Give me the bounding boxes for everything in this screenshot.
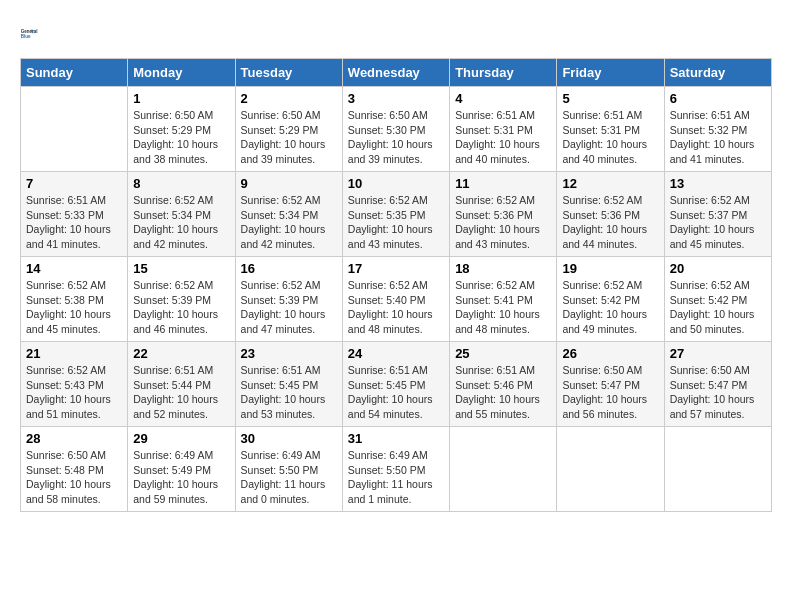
day-number: 29 [133, 431, 229, 446]
weekday-header: Saturday [664, 59, 771, 87]
day-number: 3 [348, 91, 444, 106]
day-info: Sunrise: 6:50 AMSunset: 5:47 PMDaylight:… [562, 363, 658, 422]
day-number: 15 [133, 261, 229, 276]
day-number: 4 [455, 91, 551, 106]
day-info: Sunrise: 6:52 AMSunset: 5:41 PMDaylight:… [455, 278, 551, 337]
day-number: 7 [26, 176, 122, 191]
day-info: Sunrise: 6:52 AMSunset: 5:39 PMDaylight:… [133, 278, 229, 337]
day-number: 22 [133, 346, 229, 361]
day-number: 12 [562, 176, 658, 191]
svg-text:General: General [21, 29, 38, 34]
calendar-cell: 7Sunrise: 6:51 AMSunset: 5:33 PMDaylight… [21, 172, 128, 257]
calendar-cell: 3Sunrise: 6:50 AMSunset: 5:30 PMDaylight… [342, 87, 449, 172]
day-info: Sunrise: 6:52 AMSunset: 5:34 PMDaylight:… [241, 193, 337, 252]
calendar-table: SundayMondayTuesdayWednesdayThursdayFrid… [20, 58, 772, 512]
weekday-header: Sunday [21, 59, 128, 87]
day-info: Sunrise: 6:52 AMSunset: 5:43 PMDaylight:… [26, 363, 122, 422]
calendar-cell: 18Sunrise: 6:52 AMSunset: 5:41 PMDayligh… [450, 257, 557, 342]
calendar-week-row: 1Sunrise: 6:50 AMSunset: 5:29 PMDaylight… [21, 87, 772, 172]
day-number: 23 [241, 346, 337, 361]
day-number: 14 [26, 261, 122, 276]
day-info: Sunrise: 6:51 AMSunset: 5:31 PMDaylight:… [455, 108, 551, 167]
day-info: Sunrise: 6:50 AMSunset: 5:48 PMDaylight:… [26, 448, 122, 507]
day-number: 19 [562, 261, 658, 276]
weekday-header: Friday [557, 59, 664, 87]
calendar-week-row: 7Sunrise: 6:51 AMSunset: 5:33 PMDaylight… [21, 172, 772, 257]
day-info: Sunrise: 6:52 AMSunset: 5:37 PMDaylight:… [670, 193, 766, 252]
day-info: Sunrise: 6:52 AMSunset: 5:38 PMDaylight:… [26, 278, 122, 337]
calendar-cell [557, 427, 664, 512]
calendar-cell: 17Sunrise: 6:52 AMSunset: 5:40 PMDayligh… [342, 257, 449, 342]
calendar-cell: 6Sunrise: 6:51 AMSunset: 5:32 PMDaylight… [664, 87, 771, 172]
day-number: 25 [455, 346, 551, 361]
calendar-cell: 15Sunrise: 6:52 AMSunset: 5:39 PMDayligh… [128, 257, 235, 342]
day-number: 13 [670, 176, 766, 191]
calendar-week-row: 21Sunrise: 6:52 AMSunset: 5:43 PMDayligh… [21, 342, 772, 427]
day-info: Sunrise: 6:51 AMSunset: 5:44 PMDaylight:… [133, 363, 229, 422]
calendar-cell: 20Sunrise: 6:52 AMSunset: 5:42 PMDayligh… [664, 257, 771, 342]
calendar-cell: 9Sunrise: 6:52 AMSunset: 5:34 PMDaylight… [235, 172, 342, 257]
day-number: 18 [455, 261, 551, 276]
day-info: Sunrise: 6:49 AMSunset: 5:50 PMDaylight:… [348, 448, 444, 507]
day-info: Sunrise: 6:52 AMSunset: 5:40 PMDaylight:… [348, 278, 444, 337]
logo: General Blue [20, 20, 48, 48]
calendar-cell: 31Sunrise: 6:49 AMSunset: 5:50 PMDayligh… [342, 427, 449, 512]
day-number: 8 [133, 176, 229, 191]
calendar-cell: 4Sunrise: 6:51 AMSunset: 5:31 PMDaylight… [450, 87, 557, 172]
calendar-cell: 24Sunrise: 6:51 AMSunset: 5:45 PMDayligh… [342, 342, 449, 427]
weekday-header: Wednesday [342, 59, 449, 87]
calendar-week-row: 14Sunrise: 6:52 AMSunset: 5:38 PMDayligh… [21, 257, 772, 342]
day-info: Sunrise: 6:52 AMSunset: 5:35 PMDaylight:… [348, 193, 444, 252]
day-number: 9 [241, 176, 337, 191]
calendar-cell: 5Sunrise: 6:51 AMSunset: 5:31 PMDaylight… [557, 87, 664, 172]
calendar-cell [450, 427, 557, 512]
calendar-cell: 22Sunrise: 6:51 AMSunset: 5:44 PMDayligh… [128, 342, 235, 427]
day-number: 6 [670, 91, 766, 106]
calendar-cell: 14Sunrise: 6:52 AMSunset: 5:38 PMDayligh… [21, 257, 128, 342]
day-info: Sunrise: 6:50 AMSunset: 5:30 PMDaylight:… [348, 108, 444, 167]
calendar-cell: 13Sunrise: 6:52 AMSunset: 5:37 PMDayligh… [664, 172, 771, 257]
weekday-header: Tuesday [235, 59, 342, 87]
day-info: Sunrise: 6:52 AMSunset: 5:36 PMDaylight:… [562, 193, 658, 252]
day-number: 31 [348, 431, 444, 446]
calendar-cell: 21Sunrise: 6:52 AMSunset: 5:43 PMDayligh… [21, 342, 128, 427]
calendar-cell: 11Sunrise: 6:52 AMSunset: 5:36 PMDayligh… [450, 172, 557, 257]
day-info: Sunrise: 6:51 AMSunset: 5:45 PMDaylight:… [348, 363, 444, 422]
day-number: 10 [348, 176, 444, 191]
day-number: 27 [670, 346, 766, 361]
day-info: Sunrise: 6:52 AMSunset: 5:34 PMDaylight:… [133, 193, 229, 252]
day-info: Sunrise: 6:50 AMSunset: 5:29 PMDaylight:… [241, 108, 337, 167]
day-number: 26 [562, 346, 658, 361]
day-info: Sunrise: 6:52 AMSunset: 5:42 PMDaylight:… [670, 278, 766, 337]
calendar-week-row: 28Sunrise: 6:50 AMSunset: 5:48 PMDayligh… [21, 427, 772, 512]
day-info: Sunrise: 6:51 AMSunset: 5:33 PMDaylight:… [26, 193, 122, 252]
header-row: SundayMondayTuesdayWednesdayThursdayFrid… [21, 59, 772, 87]
day-number: 2 [241, 91, 337, 106]
day-info: Sunrise: 6:51 AMSunset: 5:46 PMDaylight:… [455, 363, 551, 422]
calendar-cell: 1Sunrise: 6:50 AMSunset: 5:29 PMDaylight… [128, 87, 235, 172]
calendar-cell: 29Sunrise: 6:49 AMSunset: 5:49 PMDayligh… [128, 427, 235, 512]
calendar-cell [664, 427, 771, 512]
day-number: 11 [455, 176, 551, 191]
day-info: Sunrise: 6:50 AMSunset: 5:29 PMDaylight:… [133, 108, 229, 167]
calendar-cell: 10Sunrise: 6:52 AMSunset: 5:35 PMDayligh… [342, 172, 449, 257]
day-info: Sunrise: 6:51 AMSunset: 5:45 PMDaylight:… [241, 363, 337, 422]
day-info: Sunrise: 6:51 AMSunset: 5:31 PMDaylight:… [562, 108, 658, 167]
day-number: 16 [241, 261, 337, 276]
logo-icon: General Blue [20, 20, 48, 48]
day-number: 17 [348, 261, 444, 276]
calendar-cell: 26Sunrise: 6:50 AMSunset: 5:47 PMDayligh… [557, 342, 664, 427]
calendar-cell: 2Sunrise: 6:50 AMSunset: 5:29 PMDaylight… [235, 87, 342, 172]
day-info: Sunrise: 6:52 AMSunset: 5:36 PMDaylight:… [455, 193, 551, 252]
day-info: Sunrise: 6:51 AMSunset: 5:32 PMDaylight:… [670, 108, 766, 167]
day-number: 30 [241, 431, 337, 446]
day-info: Sunrise: 6:52 AMSunset: 5:42 PMDaylight:… [562, 278, 658, 337]
calendar-cell: 23Sunrise: 6:51 AMSunset: 5:45 PMDayligh… [235, 342, 342, 427]
day-info: Sunrise: 6:49 AMSunset: 5:50 PMDaylight:… [241, 448, 337, 507]
page-header: General Blue [20, 20, 772, 48]
calendar-cell: 30Sunrise: 6:49 AMSunset: 5:50 PMDayligh… [235, 427, 342, 512]
weekday-header: Monday [128, 59, 235, 87]
svg-text:Blue: Blue [21, 34, 31, 39]
calendar-cell: 28Sunrise: 6:50 AMSunset: 5:48 PMDayligh… [21, 427, 128, 512]
weekday-header: Thursday [450, 59, 557, 87]
